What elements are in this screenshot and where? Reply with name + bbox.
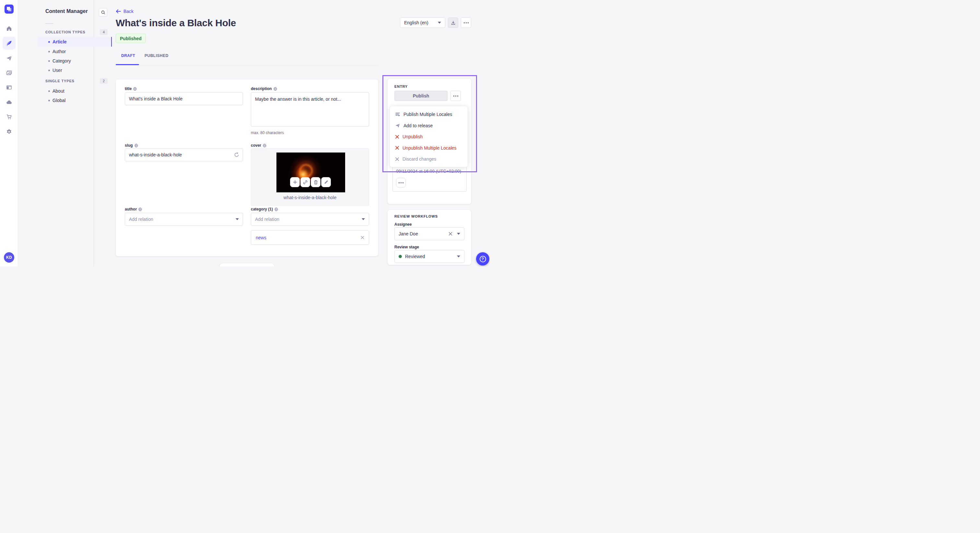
search-icon <box>101 10 105 14</box>
sidebar-item-user[interactable]: User <box>38 65 112 75</box>
pencil-icon <box>324 180 328 184</box>
cover-caption: what-s-inside-a-black-hole <box>251 195 369 200</box>
nav-settings-icon[interactable] <box>3 125 16 138</box>
review-workflows-panel: REVIEW WORKFLOWS Assignee Jane Doe Revie… <box>388 210 471 265</box>
chevron-down-icon <box>457 255 460 257</box>
stage-status-dot <box>399 255 402 258</box>
list-plus-icon <box>395 112 400 117</box>
regenerate-icon[interactable] <box>234 152 239 157</box>
title-field-label: title <box>125 86 137 91</box>
menu-item-discard-changes[interactable]: Discard changes <box>390 154 468 165</box>
single-types-header: SINGLE TYPES <box>45 79 75 83</box>
bullet-icon <box>48 60 50 62</box>
nav-media-library-icon[interactable] <box>3 67 16 79</box>
sidebar-item-about[interactable]: About <box>38 86 112 96</box>
header-more-button[interactable] <box>461 17 471 28</box>
globe-icon <box>135 144 138 148</box>
delete-asset-button[interactable] <box>311 177 320 187</box>
download-icon <box>451 21 456 25</box>
chevron-down-icon <box>235 218 239 220</box>
strapi-admin-screen: KD Content Manager COLLECTION TYPES 4 Ar… <box>0 0 490 266</box>
locale-select[interactable]: English (en) <box>400 17 445 28</box>
entry-actions-menu: Publish Multiple Locales Add to release … <box>390 106 468 167</box>
nav-content-manager-icon[interactable] <box>3 36 16 49</box>
collection-types-header: COLLECTION TYPES <box>45 30 85 34</box>
more-icon <box>453 95 458 97</box>
globe-icon <box>138 208 142 211</box>
sidebar-item-author[interactable]: Author <box>38 47 112 56</box>
sidebar-item-global[interactable]: Global <box>38 95 112 105</box>
chevron-down-icon <box>457 233 460 235</box>
relation-link-news[interactable]: news <box>256 235 266 240</box>
slug-input[interactable] <box>125 148 243 161</box>
nav-content-type-builder-icon[interactable] <box>3 81 16 94</box>
search-button[interactable] <box>99 8 107 16</box>
nav-marketplace-icon[interactable] <box>3 110 16 124</box>
category-relation-select[interactable]: Add relation <box>251 213 369 226</box>
page-title: What's inside a Black Hole <box>116 17 236 29</box>
entry-more-button[interactable] <box>450 90 461 101</box>
description-field-label: description <box>251 86 277 91</box>
tab-published[interactable]: PUBLISHED <box>145 54 169 58</box>
globe-icon <box>275 208 278 211</box>
active-tab-indicator <box>116 64 139 65</box>
menu-item-unpublish-multiple-locales[interactable]: Unpublish Multiple Locales <box>390 143 468 154</box>
plus-icon <box>293 180 297 184</box>
remove-relation-icon[interactable] <box>361 236 364 239</box>
sidebar-title: Content Manager <box>45 8 88 14</box>
edit-form-card: title description Maybe the answer is in… <box>116 79 378 256</box>
review-stage-select[interactable]: Reviewed <box>395 250 465 263</box>
status-badge: Published <box>116 34 146 43</box>
title-input[interactable] <box>125 92 243 105</box>
tab-divider <box>116 65 378 65</box>
menu-item-publish-multiple-locales[interactable]: Publish Multiple Locales <box>390 109 468 120</box>
bullet-icon <box>48 70 50 71</box>
add-asset-button[interactable] <box>290 177 300 187</box>
assignee-select[interactable]: Jane Doe <box>395 227 465 240</box>
globe-icon <box>133 87 137 90</box>
more-icon <box>464 22 469 23</box>
globe-icon <box>263 144 266 148</box>
author-relation-select[interactable]: Add relation <box>125 213 243 226</box>
category-field-label: category (1) <box>251 207 278 211</box>
publish-button[interactable]: Publish <box>395 90 447 101</box>
nav-home-icon[interactable] <box>3 22 16 35</box>
help-button[interactable]: ? <box>476 252 489 265</box>
user-avatar[interactable]: KD <box>4 252 14 263</box>
sidebar-divider <box>45 23 53 24</box>
scheduled-more-button[interactable] <box>396 178 406 187</box>
review-stage-label: Review stage <box>395 245 419 249</box>
content-manager-sidebar: Content Manager COLLECTION TYPES 4 Artic… <box>18 0 94 266</box>
category-relation-item: news <box>251 230 369 245</box>
author-field-label: author <box>125 207 142 211</box>
nav-cloud-icon[interactable] <box>3 96 16 109</box>
nav-rail: KD <box>0 0 18 266</box>
sidebar-item-article[interactable]: Article <box>38 37 112 47</box>
link-icon <box>303 180 307 185</box>
menu-item-add-to-release[interactable]: Add to release <box>390 120 468 131</box>
chevron-down-icon <box>362 218 365 220</box>
scheduled-date: 09/11/2024 at 16:00 (UTC+02:00) <box>396 169 461 174</box>
menu-item-unpublish[interactable]: Unpublish <box>390 131 468 142</box>
strapi-logo[interactable] <box>5 5 14 14</box>
back-link[interactable]: Back <box>116 9 134 14</box>
tab-draft[interactable]: DRAFT <box>121 54 135 58</box>
trash-icon <box>314 180 318 185</box>
chevron-down-icon <box>438 22 441 24</box>
bullet-icon <box>48 41 50 43</box>
single-types-count: 2 <box>100 78 108 84</box>
bullet-icon <box>48 100 50 102</box>
edit-asset-button[interactable] <box>321 177 331 187</box>
assignee-label: Assignee <box>395 222 412 227</box>
clear-icon[interactable] <box>449 232 452 236</box>
cross-icon <box>395 135 399 139</box>
cover-field-label: cover <box>251 143 266 148</box>
nav-releases-icon[interactable] <box>3 52 16 65</box>
copy-link-button[interactable] <box>301 177 310 187</box>
bullet-icon <box>48 90 50 92</box>
question-mark-icon: ? <box>480 256 486 262</box>
description-textarea[interactable]: Maybe the answer is in this article, or … <box>251 92 369 127</box>
sidebar-item-category[interactable]: Category <box>38 56 112 66</box>
export-button[interactable] <box>448 17 458 28</box>
paper-plane-icon <box>395 123 400 128</box>
